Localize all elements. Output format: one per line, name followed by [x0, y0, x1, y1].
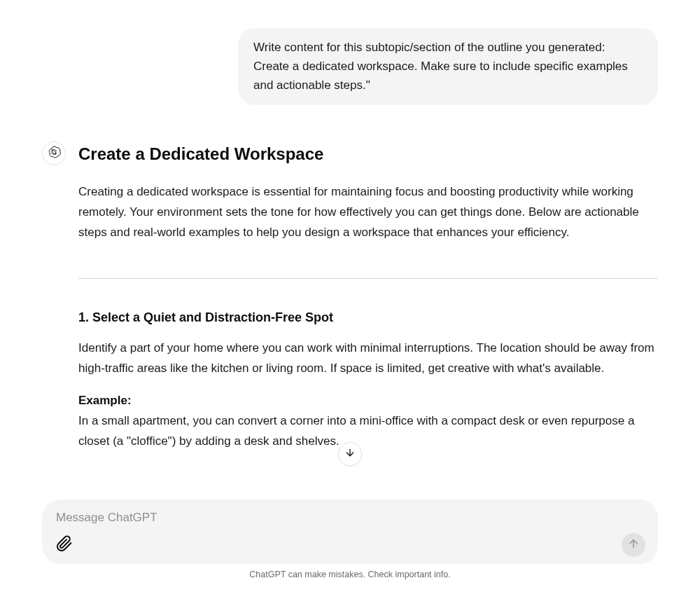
scroll-to-bottom-button[interactable] [338, 442, 362, 466]
assistant-content: Create a Dedicated Workspace Creating a … [78, 140, 658, 465]
composer [42, 500, 658, 564]
divider [78, 278, 658, 279]
openai-logo-icon [47, 145, 61, 162]
example-body: In a small apartment, you can convert a … [78, 414, 634, 448]
example-label: Example: [78, 394, 132, 407]
attach-button[interactable] [55, 534, 74, 556]
example-block: Example: In a small apartment, you can c… [78, 391, 658, 452]
section-1-body: Identify a part of your home where you c… [78, 338, 658, 379]
response-intro: Creating a dedicated workspace is essent… [78, 182, 658, 243]
arrow-down-icon [344, 447, 356, 461]
composer-toolbar [55, 533, 645, 557]
input-area: ChatGPT can make mistakes. Check importa… [0, 500, 700, 592]
response-heading: Create a Dedicated Workspace [78, 140, 658, 169]
section-1-heading: 1. Select a Quiet and Distraction-Free S… [78, 307, 658, 329]
user-message-row: Write content for this subtopic/section … [42, 28, 658, 105]
message-input[interactable] [55, 509, 645, 533]
assistant-message-row: Create a Dedicated Workspace Creating a … [42, 140, 658, 465]
assistant-avatar [42, 142, 66, 165]
paperclip-icon [56, 535, 73, 555]
chat-container: Write content for this subtopic/section … [0, 0, 700, 592]
messages-area[interactable]: Write content for this subtopic/section … [0, 0, 700, 500]
arrow-up-icon [627, 537, 640, 553]
user-message-text: Write content for this subtopic/section … [253, 41, 628, 92]
footer-disclaimer: ChatGPT can make mistakes. Check importa… [42, 564, 658, 586]
send-button[interactable] [622, 533, 645, 557]
user-message: Write content for this subtopic/section … [238, 28, 658, 105]
